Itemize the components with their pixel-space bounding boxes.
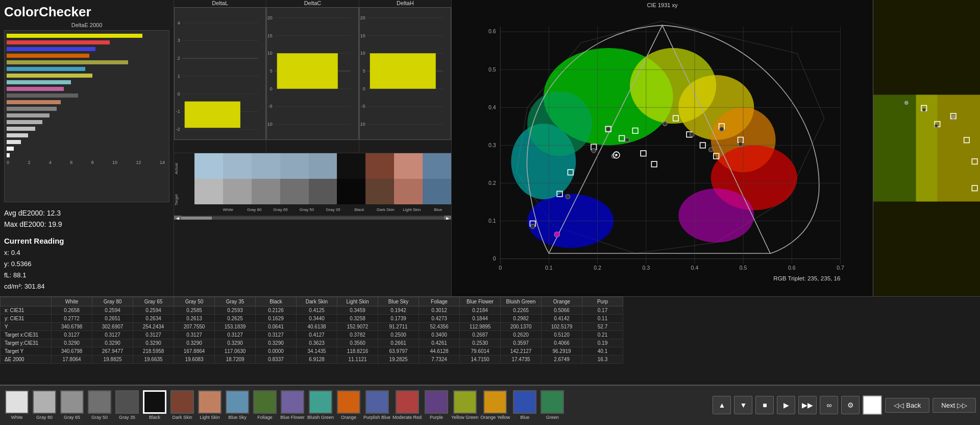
svg-text:0.3: 0.3: [642, 265, 650, 271]
svg-text:-10: -10: [359, 122, 365, 127]
color-chip-box-3: [88, 390, 111, 414]
bar-17: [7, 147, 14, 151]
table-col-header-0: White: [52, 297, 92, 306]
bar-chart-rows: [7, 33, 165, 158]
next-button[interactable]: Next ▷▷: [933, 398, 976, 413]
color-chip-1[interactable]: Gray 80: [32, 390, 57, 420]
color-chip-17[interactable]: Orange Yellow: [480, 390, 510, 420]
color-chip-box-15: [425, 390, 448, 414]
color-chip-19[interactable]: Green: [540, 390, 565, 420]
target-swatch-2: [252, 179, 280, 204]
max-de: Max dE2000: 19.9: [4, 219, 169, 230]
color-chip-4[interactable]: Gray 35: [114, 390, 140, 420]
ctrl-settings[interactable]: ∞: [820, 396, 838, 414]
svg-text:0.6: 0.6: [788, 265, 796, 271]
delta-l-chart: DeltaL 4 3 2 1: [174, 0, 266, 153]
color-chip-12[interactable]: Orange: [336, 390, 361, 420]
bar-12: [7, 113, 50, 117]
svg-text:0: 0: [178, 91, 180, 97]
table-cell-3-13: 0.21: [582, 331, 623, 339]
table-cell-4-7: 0.3560: [337, 339, 378, 347]
bar-row-7: [7, 79, 165, 85]
color-chip-15[interactable]: Purple: [424, 390, 449, 420]
bar-row-0: [7, 33, 165, 39]
svg-point-113: [615, 154, 617, 156]
bar-row-9: [7, 92, 165, 99]
back-button[interactable]: ◁◁ Back: [885, 398, 929, 413]
table-cell-2-3: 207.7550: [174, 323, 215, 331]
svg-text:20: 20: [360, 15, 365, 20]
swatch-scroll-right[interactable]: ▶: [444, 216, 451, 220]
color-chip-13[interactable]: Purplish Blue: [363, 390, 390, 420]
table-header-empty: [1, 297, 52, 306]
data-table-section[interactable]: WhiteGray 80Gray 65Gray 50Gray 35BlackDa…: [0, 296, 980, 385]
ctrl-power[interactable]: ⚙: [841, 396, 860, 414]
color-chip-8[interactable]: Blue Sky: [225, 390, 250, 420]
color-chip-10[interactable]: Blue Flower: [280, 390, 305, 420]
svg-text:0.1: 0.1: [488, 218, 496, 224]
color-chip-3[interactable]: Gray 50: [87, 390, 112, 420]
color-chip-9[interactable]: Foliage: [252, 390, 278, 420]
table-cell-6-1: 19.8825: [92, 356, 133, 364]
table-cell-4-13: 0.19: [582, 339, 623, 347]
color-chip-0[interactable]: White: [4, 390, 30, 420]
ctrl-skip[interactable]: ▶▶: [798, 396, 817, 414]
svg-point-127: [905, 101, 908, 104]
delta-h-chart: DeltaH 20 15 10 5 0 -5: [359, 0, 451, 153]
color-chip-6[interactable]: Dark Skin: [169, 390, 195, 420]
ctrl-stop[interactable]: ■: [755, 396, 774, 414]
table-cell-0-11: 0.2265: [501, 306, 542, 315]
table-cell-2-5: 0.0641: [256, 323, 297, 331]
color-chip-14[interactable]: Moderate Red: [393, 390, 422, 420]
svg-point-126: [952, 115, 955, 119]
svg-point-105: [690, 132, 694, 136]
ctrl-down[interactable]: ▼: [734, 396, 752, 414]
reading-y: y: 0.5366: [4, 258, 169, 270]
svg-rect-29: [277, 53, 338, 88]
table-cell-0-1: 0.2594: [92, 306, 133, 315]
actual-swatch-2: [252, 153, 280, 179]
bar-chart: 0 2 4 6 8 10 12 14: [4, 30, 169, 202]
color-chip-2[interactable]: Gray 65: [59, 390, 85, 420]
color-chip-label-5: Black: [149, 415, 160, 420]
current-reading: Current Reading x: 0.4 y: 0.5366 fL: 88.…: [4, 237, 169, 292]
color-chip-box-5: [143, 390, 166, 414]
table-row-4: Target y:CIE310.32900.32900.32900.32900.…: [1, 339, 623, 347]
color-chip-11[interactable]: Bluish Green: [307, 390, 334, 420]
swatch-scroll-thumb[interactable]: [181, 217, 212, 220]
bar-row-5: [7, 66, 165, 72]
table-scroll[interactable]: WhiteGray 80Gray 65Gray 50Gray 35BlackDa…: [0, 297, 980, 385]
color-chip-18[interactable]: Blue: [512, 390, 537, 420]
table-cell-5-1: 267.9477: [92, 347, 133, 356]
bar-row-10: [7, 99, 165, 105]
color-chip-box-0: [5, 390, 29, 414]
actual-swatch-5: [337, 153, 365, 179]
color-chip-7[interactable]: Light Skin: [197, 390, 223, 420]
table-col-header-13: Purp: [582, 297, 623, 306]
bar-14: [7, 127, 35, 131]
delta-c-title: DeltaC: [266, 0, 358, 6]
color-chip-label-10: Blue Flower: [280, 415, 305, 420]
svg-point-109: [566, 195, 570, 199]
ctrl-play[interactable]: ▶: [777, 396, 795, 414]
delta-c-svg: 20 15 10 5 0 -5 -10: [266, 7, 358, 140]
table-col-header-3: Gray 50: [174, 297, 215, 306]
svg-point-124: [922, 108, 925, 111]
table-cell-3-7: 0.3782: [337, 331, 378, 339]
swatch-names-row: WhiteGray 80Gray 65Gray 50Gray 35BlackDa…: [194, 204, 451, 216]
color-chip-5[interactable]: Black: [142, 390, 167, 420]
color-chip-box-12: [337, 390, 360, 414]
table-cell-6-5: 0.8337: [256, 356, 297, 364]
swatch-scroll-left[interactable]: ◀: [174, 216, 181, 220]
ctrl-white-square[interactable]: [863, 395, 882, 415]
table-cell-5-3: 167.8864: [174, 347, 215, 356]
table-cell-4-8: 0.2661: [378, 339, 419, 347]
svg-text:5: 5: [362, 68, 365, 74]
left-panel: ColorChecker DeltaE 2000 0 2 4 6 8 10 12…: [0, 0, 174, 296]
ctrl-up[interactable]: ▲: [713, 396, 731, 414]
color-chip-16[interactable]: Yellow Green: [451, 390, 478, 420]
table-col-header-5: Black: [256, 297, 297, 306]
table-cell-4-9: 0.4261: [419, 339, 460, 347]
main-container: ColorChecker DeltaE 2000 0 2 4 6 8 10 12…: [0, 0, 980, 425]
swatch-scrollbar[interactable]: ◀ ▶: [174, 216, 451, 220]
